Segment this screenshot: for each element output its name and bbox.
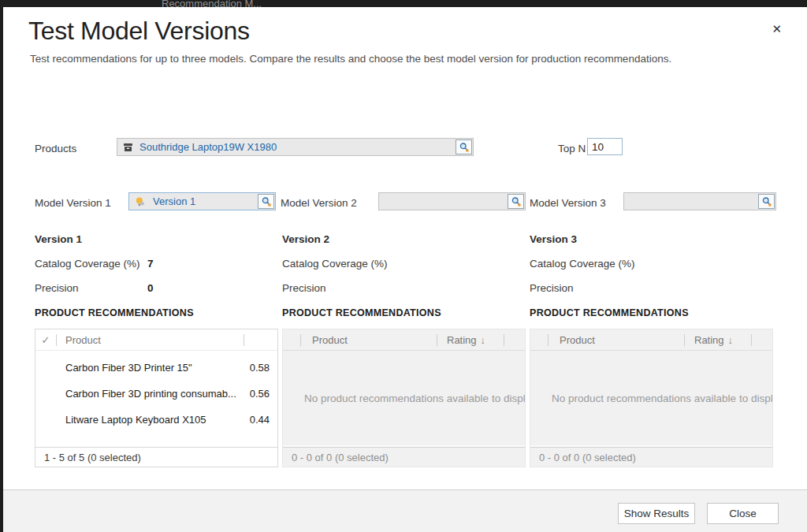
product-column-header[interactable]: Product: [57, 334, 244, 346]
rating-cell: 0.58: [250, 362, 270, 374]
table-header: Product Rating↓: [530, 329, 772, 351]
model-version-1-lookup-search-button[interactable]: [258, 194, 274, 209]
precision-stat: Precision: [282, 282, 526, 295]
rating-cell: 0.44: [250, 414, 270, 426]
catalog-coverage-stat: Catalog Coverage (%) 7: [35, 258, 278, 270]
catalog-coverage-stat: Catalog Coverage (%): [282, 258, 526, 270]
products-value-link[interactable]: Southridge Laptop19W X1980: [139, 141, 456, 153]
catalog-coverage-label: Catalog Coverage (%): [35, 258, 147, 270]
model-version-3-label: Model Version 3: [530, 197, 606, 209]
catalog-coverage-value: 7: [147, 258, 154, 270]
version-3-column: Version 3 Catalog Coverage (%) Precision…: [530, 228, 773, 467]
version-title: Version 1: [35, 233, 278, 246]
model-version-2-lookup-search-button[interactable]: [508, 194, 524, 209]
model-version-2-lookup-field[interactable]: [378, 192, 526, 210]
precision-stat: Precision: [530, 282, 773, 295]
precision-label: Precision: [282, 282, 395, 295]
model-version-1-label: Model Version 1: [35, 197, 111, 209]
select-all-checkmark-icon[interactable]: ✓: [35, 334, 56, 346]
model-version-2-label: Model Version 2: [281, 197, 357, 209]
rating-cell: 0.56: [250, 388, 270, 400]
version-title: Version 3: [530, 233, 773, 246]
magnifier-icon: [511, 196, 522, 207]
column-divider: [751, 334, 752, 346]
catalog-coverage-label: Catalog Coverage (%): [282, 258, 395, 270]
version-2-column: Version 2 Catalog Coverage (%) Precision…: [282, 228, 526, 467]
precision-label: Precision: [35, 282, 147, 295]
model-version-1-value-link[interactable]: Version 1: [153, 195, 258, 207]
product-recommendations-heading: PRODUCT RECOMMENDATIONS: [282, 307, 526, 319]
top-n-label: Top N: [558, 143, 586, 154]
sort-descending-icon: ↓: [481, 334, 486, 346]
product-box-icon: [123, 142, 133, 152]
top-n-input[interactable]: [587, 138, 623, 155]
product-column-header[interactable]: Product: [301, 334, 437, 346]
version-1-column: Version 1 Catalog Coverage (%) 7 Precisi…: [35, 228, 278, 467]
model-version-1-lookup-field[interactable]: Version 1: [128, 192, 276, 210]
recommendations-table-2: Product Rating↓ No product recommendatio…: [282, 329, 526, 467]
table-body-empty: No product recommendations available to …: [283, 351, 525, 447]
product-cell: Carbon Fiber 3D printing consumab...: [65, 388, 250, 400]
product-column-header[interactable]: Product: [549, 334, 684, 346]
column-divider: [504, 334, 504, 346]
magnifier-icon: [261, 196, 272, 207]
sort-descending-icon: ↓: [728, 334, 734, 346]
table-footer-status: 0 - 0 of 0 (0 selected): [530, 447, 772, 467]
page-subtitle: Test recommendations for up to three mod…: [30, 53, 671, 65]
version-title: Version 2: [282, 233, 526, 246]
product-recommendations-heading: PRODUCT RECOMMENDATIONS: [35, 307, 278, 319]
table-row[interactable]: Carbon Fiber 3D printing consumab... 0.5…: [35, 381, 277, 407]
recommendations-table-3: Product Rating↓ No product recommendatio…: [530, 329, 773, 467]
products-label: Products: [35, 143, 76, 154]
product-cell: Litware Laptop Keyboard X105: [65, 414, 250, 426]
precision-label: Precision: [530, 282, 642, 295]
table-footer-status: 1 - 5 of 5 (0 selected): [35, 447, 277, 467]
close-button[interactable]: Close: [707, 503, 779, 524]
page-title: Test Model Versions: [28, 17, 250, 46]
precision-stat: Precision 0: [35, 282, 278, 295]
model-version-3-lookup-search-button[interactable]: [758, 194, 775, 209]
model-version-3-lookup-field[interactable]: [623, 192, 776, 210]
dialog-footer-bar: Show Results Close: [3, 489, 807, 532]
magnifier-icon: [761, 196, 772, 207]
background-app-bar: Recommendation M...: [0, 0, 807, 7]
catalog-coverage-stat: Catalog Coverage (%): [530, 258, 773, 270]
show-results-button[interactable]: Show Results: [618, 503, 695, 524]
table-body: Carbon Fiber 3D Printer 15" 0.58 Carbon …: [35, 351, 277, 447]
product-recommendations-heading: PRODUCT RECOMMENDATIONS: [530, 307, 773, 319]
close-icon[interactable]: ✕: [772, 23, 782, 35]
background-tab-title: Recommendation M...: [162, 0, 262, 7]
rating-column-header[interactable]: Rating↓: [685, 334, 751, 346]
precision-value: 0: [147, 282, 154, 295]
table-row[interactable]: Litware Laptop Keyboard X105 0.44: [35, 407, 277, 433]
products-lookup-search-button[interactable]: [456, 140, 472, 154]
magnifier-icon: [459, 142, 470, 153]
empty-state-message: No product recommendations available to …: [530, 392, 772, 404]
table-row[interactable]: Carbon Fiber 3D Printer 15" 0.58: [35, 355, 277, 381]
products-lookup-field[interactable]: Southridge Laptop19W X1980: [117, 138, 474, 156]
recommendations-table-1: ✓ Product Carbon Fiber 3D Printer 15" 0.…: [35, 329, 278, 467]
empty-state-message: No product recommendations available to …: [283, 392, 525, 404]
table-header: ✓ Product: [35, 329, 277, 351]
product-cell: Carbon Fiber 3D Printer 15": [65, 362, 250, 374]
model-bulb-icon: [135, 196, 147, 207]
test-model-versions-dialog: Test Model Versions Test recommendations…: [3, 7, 807, 532]
table-footer-status: 0 - 0 of 0 (0 selected): [283, 447, 525, 467]
column-divider: [244, 334, 244, 346]
table-body-empty: No product recommendations available to …: [530, 351, 772, 447]
table-header: Product Rating↓: [283, 329, 525, 351]
catalog-coverage-label: Catalog Coverage (%): [530, 258, 642, 270]
rating-column-header[interactable]: Rating↓: [437, 334, 504, 346]
